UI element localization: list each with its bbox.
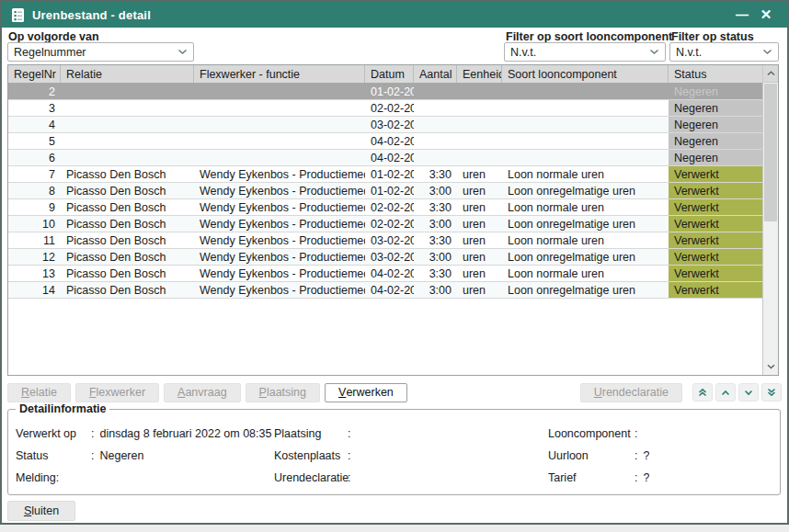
column-header[interactable]: Aantal — [414, 65, 457, 83]
cell: Picasso Den Bosch — [61, 216, 194, 232]
table-row[interactable]: 12Picasso Den BoschWendy Eykenbos - Prod… — [8, 249, 762, 266]
scroll-up-icon[interactable] — [763, 65, 778, 83]
cell — [502, 133, 669, 149]
cell: Loon normale uren — [502, 232, 669, 248]
cell: 3:00 — [414, 282, 457, 298]
cell: uren — [457, 232, 502, 248]
table-row[interactable]: 9Picasso Den BoschWendy Eykenbos - Produ… — [8, 199, 762, 216]
cell — [502, 117, 669, 132]
cell: 02-02-2022 — [365, 199, 414, 215]
cell — [61, 100, 194, 116]
detail-separator: : — [635, 427, 637, 440]
detail-label: Plaatsing — [274, 427, 348, 440]
table-row[interactable]: 8Picasso Den BoschWendy Eykenbos - Produ… — [8, 183, 762, 199]
cell: Picasso Den Bosch — [61, 183, 194, 198]
cell — [457, 150, 502, 165]
urendeclaratie-button[interactable]: Urendeclaratie — [580, 383, 682, 402]
table-row[interactable]: 10Picasso Den BoschWendy Eykenbos - Prod… — [8, 216, 762, 232]
action-bar: Relatie Flexwerker Aanvraag Plaatsing Ve… — [7, 382, 782, 402]
column-header[interactable]: Soort looncomponent — [502, 65, 669, 83]
plaatsing-button[interactable]: Plaatsing — [246, 383, 320, 402]
detail-label: Kostenplaats — [274, 449, 348, 462]
detail-verwerkt-op: Verwerkt op : dinsdag 8 februari 2022 om… — [16, 423, 274, 445]
sort-dropdown[interactable]: Regelnummer — [7, 42, 194, 62]
verwerken-button[interactable]: Verwerken — [325, 383, 407, 402]
detail-legend: Detailinformatie — [16, 402, 109, 415]
detail-separator: : — [348, 471, 350, 484]
scroll-next-icon[interactable] — [738, 383, 759, 402]
column-header[interactable]: Datum — [365, 65, 414, 83]
detail-uurloon: Uurloon : ? — [548, 445, 772, 467]
vertical-scrollbar[interactable] — [762, 65, 778, 375]
cell: uren — [457, 216, 502, 232]
cell: 3:30 — [414, 266, 457, 281]
chevron-down-icon — [177, 49, 188, 55]
dialog-urenbestand-detail: Urenbestand - detail — ✕ Op volgorde van… — [0, 0, 789, 525]
scrollbar-thumb[interactable] — [764, 84, 777, 221]
cell — [414, 133, 457, 149]
column-header[interactable]: Relatie — [61, 65, 194, 83]
cell — [194, 117, 365, 132]
column-header[interactable]: Flexwerker - functie — [194, 65, 365, 83]
status-cell: Negeren — [669, 133, 762, 149]
relatie-button[interactable]: Relatie — [7, 383, 71, 402]
close-icon[interactable]: ✕ — [754, 5, 778, 25]
table-row[interactable]: 504-02-2022Negeren — [8, 133, 762, 150]
table-row[interactable]: 11Picasso Den BoschWendy Eykenbos - Prod… — [8, 232, 762, 249]
cell: uren — [457, 282, 502, 298]
minimize-icon[interactable]: — — [730, 5, 754, 25]
cell: 4 — [8, 117, 61, 132]
table-row[interactable]: 302-02-2022Negeren — [8, 100, 762, 117]
detail-column-3: Looncomponent : Uurloon : ? Tarief : ? — [548, 423, 772, 489]
scroll-prev-icon[interactable] — [715, 383, 736, 402]
hours-table: RegelNrRelatieFlexwerker - functieDatumA… — [7, 64, 779, 376]
table-row[interactable]: 13Picasso Den BoschWendy Eykenbos - Prod… — [8, 266, 762, 282]
cell: uren — [457, 266, 502, 281]
scrollbar-track[interactable] — [763, 83, 778, 357]
table-row[interactable]: 403-02-2022Negeren — [8, 117, 762, 133]
table-row[interactable]: 604-02-2022Negeren — [8, 150, 762, 166]
sort-dropdown-value: Regelnummer — [14, 46, 177, 59]
status-cell: Verwerkt — [669, 199, 762, 215]
filter-status-dropdown[interactable]: N.v.t. — [669, 42, 779, 62]
table-row[interactable]: 7Picasso Den BoschWendy Eykenbos - Produ… — [8, 166, 762, 183]
column-header[interactable]: Status — [669, 65, 762, 83]
cell: 3:30 — [414, 199, 457, 215]
cell: Wendy Eykenbos - Productiemed... — [194, 266, 365, 281]
cell: 3:00 — [414, 249, 457, 265]
detail-separator: : — [91, 449, 94, 462]
cell: Wendy Eykenbos - Productiemed... — [194, 232, 365, 248]
cell: 04-02-2022 — [365, 282, 414, 298]
cell: 04-02-2022 — [365, 133, 414, 149]
cell: Loon normale uren — [502, 199, 669, 215]
cell — [194, 84, 365, 99]
cell: 7 — [8, 166, 61, 182]
table-header: RegelNrRelatieFlexwerker - functieDatumA… — [8, 65, 762, 84]
cell: Wendy Eykenbos - Productiemed... — [194, 282, 365, 298]
detail-separator: : — [348, 449, 350, 462]
scroll-last-icon[interactable] — [761, 383, 782, 402]
cell: 3:30 — [414, 166, 457, 182]
detail-separator: : — [635, 449, 637, 462]
cell: 02-02-2022 — [365, 216, 414, 232]
column-header[interactable]: Eenheid — [457, 65, 502, 83]
column-header[interactable]: RegelNr — [8, 65, 61, 83]
status-cell: Verwerkt — [669, 166, 762, 182]
status-cell: Verwerkt — [669, 266, 762, 281]
scroll-first-icon[interactable] — [692, 383, 713, 402]
detail-separator: : — [348, 427, 350, 440]
filter-looncomponent-dropdown[interactable]: N.v.t. — [504, 42, 666, 62]
aanvraag-button[interactable]: Aanvraag — [164, 383, 241, 402]
cell: Wendy Eykenbos - Productiemed... — [194, 183, 365, 198]
flexwerker-button[interactable]: Flexwerker — [75, 383, 159, 402]
table-row[interactable]: 14Picasso Den BoschWendy Eykenbos - Prod… — [8, 282, 762, 299]
sluiten-button[interactable]: Sluiten — [7, 501, 75, 521]
table-row[interactable]: 201-02-2022Negeren — [8, 84, 762, 100]
cell: Loon onregelmatige uren — [502, 183, 669, 198]
detail-plaatsing: Plaatsing : — [274, 423, 548, 445]
cell — [457, 117, 502, 132]
scroll-down-icon[interactable] — [763, 357, 778, 375]
cell: 03-02-2022 — [365, 232, 414, 248]
detail-label: Verwerkt op — [16, 427, 91, 440]
cell: 12 — [8, 249, 61, 265]
